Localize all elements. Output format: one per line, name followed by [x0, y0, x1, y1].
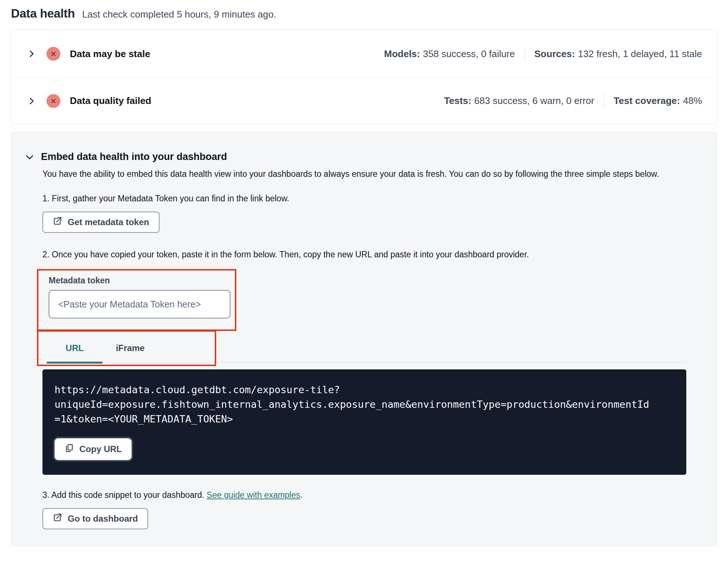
status-row-stats: Models:358 success, 0 failure Sources:13…: [384, 46, 702, 61]
status-row-quality[interactable]: Data quality failed Tests:683 success, 6…: [11, 77, 717, 124]
status-card: Data may be stale Models:358 success, 0 …: [11, 30, 717, 124]
tab-iframe[interactable]: iFrame: [102, 334, 158, 362]
models-stat: Models:358 success, 0 failure: [384, 48, 515, 60]
metadata-token-label: Metadata token: [49, 276, 235, 286]
sources-stat: Sources:132 fresh, 1 delayed, 11 stale: [534, 48, 702, 60]
go-to-dashboard-label: Go to dashboard: [68, 514, 138, 524]
stat-divider: [525, 46, 525, 61]
status-row-title: Data quality failed: [70, 95, 151, 107]
test-coverage-stat: Test coverage:48%: [613, 95, 702, 107]
get-metadata-token-label: Get metadata token: [68, 217, 149, 227]
external-link-icon: [53, 513, 62, 525]
embed-section-toggle[interactable]: Embed data health into your dashboard: [24, 151, 686, 163]
tests-stat: Tests:683 success, 6 warn, 0 error: [444, 95, 594, 107]
see-guide-link[interactable]: See guide with examples: [207, 490, 300, 500]
last-check-status: Last check completed 5 hours, 9 minutes …: [82, 9, 276, 20]
copy-icon: [64, 443, 74, 455]
get-metadata-token-button[interactable]: Get metadata token: [42, 212, 160, 233]
annotation-box-token-field: Metadata token: [37, 269, 236, 331]
embed-url-code-block: https://metadata.cloud.getdbt.com/exposu…: [42, 369, 686, 475]
page-title: Data health: [11, 7, 75, 20]
step-2-text: 2. Once you have copied your token, past…: [42, 250, 686, 260]
embed-url-line: uniqueId=exposure.fishtown_internal_anal…: [55, 397, 674, 412]
copy-url-label: Copy URL: [79, 444, 122, 454]
step-3-text: 3. Add this code snippet to your dashboa…: [42, 490, 686, 500]
tab-url[interactable]: URL: [47, 334, 102, 362]
page-header: Data health Last check completed 5 hours…: [0, 0, 728, 20]
status-row-stats: Tests:683 success, 6 warn, 0 error Test …: [444, 93, 702, 109]
embed-section-title: Embed data health into your dashboard: [41, 151, 227, 163]
embed-output-tabs: URL iFrame: [42, 334, 686, 363]
external-link-icon: [53, 216, 62, 228]
embed-panel: Embed data health into your dashboard Yo…: [11, 132, 717, 547]
chevron-down-icon[interactable]: [24, 152, 35, 163]
status-row-title: Data may be stale: [70, 48, 150, 60]
metadata-token-input[interactable]: [49, 290, 230, 318]
chevron-right-icon[interactable]: [26, 48, 37, 59]
chevron-right-icon[interactable]: [26, 96, 37, 107]
stat-divider: [604, 93, 604, 109]
embed-url-line: https://metadata.cloud.getdbt.com/exposu…: [55, 383, 674, 397]
error-x-circle-icon: [46, 94, 60, 108]
step-1-text: 1. First, gather your Metadata Token you…: [42, 194, 686, 204]
status-row-stale[interactable]: Data may be stale Models:358 success, 0 …: [11, 30, 717, 77]
copy-url-button[interactable]: Copy URL: [55, 438, 132, 460]
go-to-dashboard-button[interactable]: Go to dashboard: [42, 508, 148, 529]
error-x-circle-icon: [46, 47, 60, 61]
embed-description: You have the ability to embed this data …: [42, 168, 666, 180]
embed-url-line: =1&token=<YOUR_METADATA_TOKEN>: [55, 412, 674, 426]
